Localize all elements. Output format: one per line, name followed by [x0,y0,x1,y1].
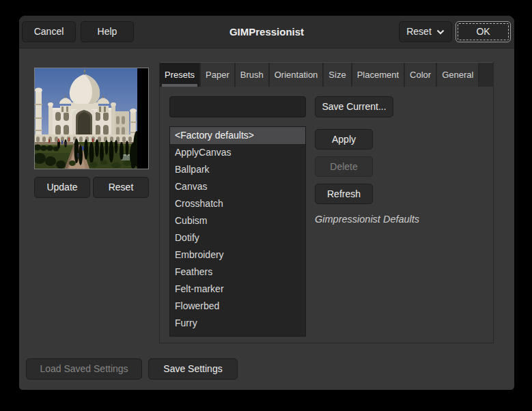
preset-list-item[interactable]: Cubism [170,212,305,229]
preset-list-item[interactable]: <Factory defaults> [170,127,305,144]
preset-description: Gimpressionist Defaults [315,214,419,225]
tab-general[interactable]: General [437,63,479,87]
preview-frame [34,68,149,169]
save-settings-button[interactable]: Save Settings [148,358,238,380]
preset-name-input[interactable] [169,96,306,117]
reset-menu-button[interactable]: Reset [399,21,452,42]
tab-placement[interactable]: Placement [352,63,405,87]
preset-list-item[interactable]: Embroidery [170,246,305,264]
preset-list-item[interactable]: ApplyCanvas [170,144,305,161]
tab-color[interactable]: Color [405,63,437,87]
tab-bar: PresetsPaperBrushOrientationSizePlacemen… [160,62,493,87]
ok-button[interactable]: OK [456,21,511,42]
tab-brush[interactable]: Brush [236,63,270,87]
taj-mahal-preview-image [35,68,137,169]
gimpressionist-dialog: Cancel Help GIMPressionist Reset OK [19,16,514,390]
preset-list-item[interactable]: Ballpark [170,161,305,178]
tab-paper[interactable]: Paper [201,63,236,87]
update-button[interactable]: Update [34,177,90,198]
preset-list-item[interactable]: Crosshatch [170,195,305,212]
preset-list-item[interactable]: Flowerbed [170,298,305,315]
preset-list-item[interactable]: Canvas [170,178,305,195]
delete-button[interactable]: Delete [315,156,373,177]
reset-menu-label: Reset [406,22,432,42]
load-saved-settings-button[interactable]: Load Saved Settings [26,358,142,380]
tab-orientation[interactable]: Orientation [270,63,324,87]
tab-size[interactable]: Size [324,63,352,87]
screen-background: Cancel Help GIMPressionist Reset OK [0,0,532,411]
presets-list[interactable]: <Factory defaults>ApplyCanvasBallparkCan… [169,126,306,337]
preset-list-item[interactable]: Dotify [170,229,305,246]
chevron-down-icon [436,29,445,35]
dialog-header: Cancel Help GIMPressionist Reset OK [19,16,514,48]
tab-presets[interactable]: Presets [160,63,201,87]
preset-list-item[interactable]: Furry [170,315,305,332]
reset-button[interactable]: Reset [93,177,149,198]
preset-list-item[interactable]: Felt-marker [170,281,305,298]
refresh-button[interactable]: Refresh [315,184,373,204]
apply-button[interactable]: Apply [315,129,373,150]
settings-notebook: PresetsPaperBrushOrientationSizePlacemen… [159,62,494,343]
preset-list-item[interactable]: Feathers [170,264,305,281]
save-current-button[interactable]: Save Current... [315,96,393,117]
